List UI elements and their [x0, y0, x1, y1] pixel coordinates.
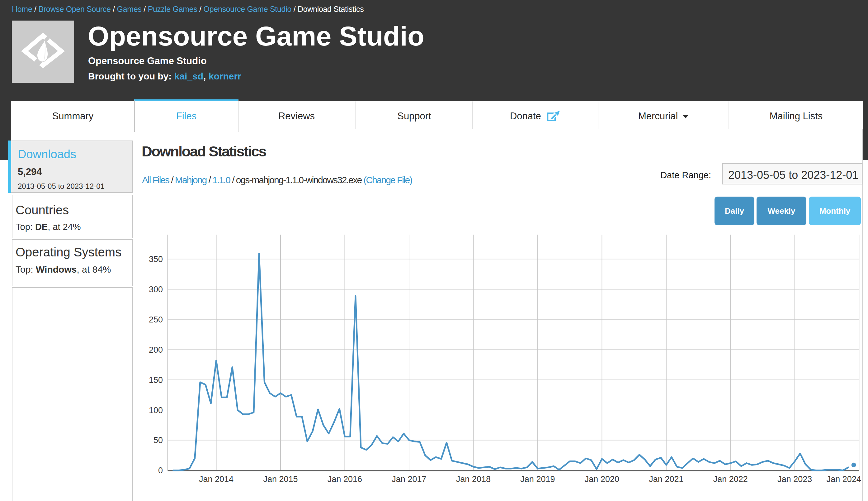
svg-text:Jan 2015: Jan 2015	[263, 475, 298, 484]
svg-text:Jan 2023: Jan 2023	[777, 475, 812, 484]
svg-text:100: 100	[149, 406, 163, 415]
svg-text:Jan 2022: Jan 2022	[713, 475, 748, 484]
svg-text:0: 0	[158, 466, 163, 475]
svg-text:Jan 2014: Jan 2014	[199, 475, 233, 484]
svg-text:250: 250	[149, 315, 163, 324]
svg-text:Jan 2019: Jan 2019	[520, 475, 555, 484]
svg-text:Jan 2018: Jan 2018	[456, 475, 491, 484]
svg-text:Jan 2024: Jan 2024	[827, 475, 861, 484]
svg-text:350: 350	[149, 255, 163, 264]
svg-text:200: 200	[149, 345, 163, 354]
svg-text:Jan 2016: Jan 2016	[328, 475, 362, 484]
svg-text:Jan 2017: Jan 2017	[392, 475, 426, 484]
svg-text:50: 50	[153, 436, 163, 445]
svg-text:150: 150	[149, 375, 163, 385]
svg-text:300: 300	[149, 285, 163, 294]
svg-text:Jan 2021: Jan 2021	[649, 475, 683, 484]
svg-text:Jan 2020: Jan 2020	[585, 475, 619, 484]
